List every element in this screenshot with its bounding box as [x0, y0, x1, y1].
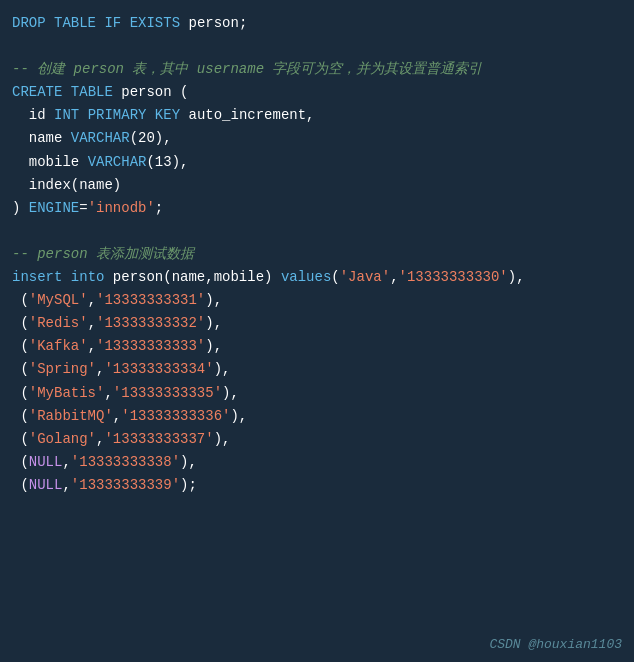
line-14: ('Redis','13333333332'), [12, 312, 618, 335]
line-7: mobile VARCHAR(13), [12, 151, 618, 174]
line-8: index(name) [12, 174, 618, 197]
code-editor: DROP TABLE IF EXISTS person; -- 创建 perso… [0, 0, 634, 662]
line-15: ('Kafka','13333333333'), [12, 335, 618, 358]
line-20: (NULL,'13333333338'), [12, 451, 618, 474]
line-6: name VARCHAR(20), [12, 127, 618, 150]
line-11: -- person 表添加测试数据 [12, 243, 618, 266]
line-16: ('Spring','13333333334'), [12, 358, 618, 381]
line-13: ('MySQL','13333333331'), [12, 289, 618, 312]
watermark: CSDN @houxian1103 [489, 637, 622, 652]
line-3: -- 创建 person 表，其中 username 字段可为空，并为其设置普通… [12, 58, 618, 81]
line-5: id INT PRIMARY KEY auto_increment, [12, 104, 618, 127]
line-12: insert into person(name,mobile) values('… [12, 266, 618, 289]
line-18: ('RabbitMQ','13333333336'), [12, 405, 618, 428]
line-10 [12, 220, 618, 243]
line-2 [12, 35, 618, 58]
line-9: ) ENGINE='innodb'; [12, 197, 618, 220]
line-4: CREATE TABLE person ( [12, 81, 618, 104]
line-17: ('MyBatis','13333333335'), [12, 382, 618, 405]
line-19: ('Golang','13333333337'), [12, 428, 618, 451]
line-21: (NULL,'13333333339'); [12, 474, 618, 497]
line-1: DROP TABLE IF EXISTS person; [12, 12, 618, 35]
